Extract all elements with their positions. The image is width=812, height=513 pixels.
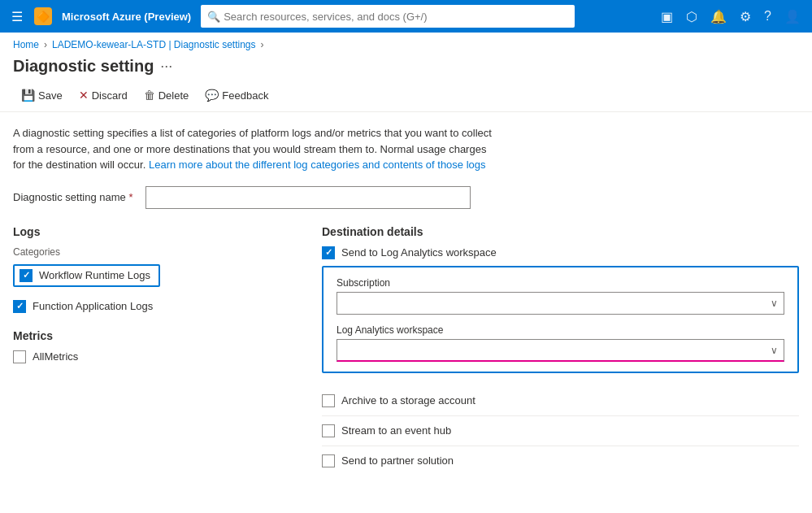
save-button[interactable]: 💾 Save <box>13 85 71 105</box>
subscription-label: Subscription <box>337 277 784 289</box>
search-icon: 🔍 <box>207 11 220 23</box>
breadcrumb-sep1: › <box>44 39 47 50</box>
stream-row[interactable]: Stream to an event hub <box>322 416 799 446</box>
workspace-label: Log Analytics workspace <box>337 324 784 336</box>
feedback-icon: 💬 <box>205 89 219 102</box>
discard-button[interactable]: ✕ Discard <box>71 85 136 105</box>
profile-icon[interactable]: 👤 <box>779 6 805 28</box>
main-content: A diagnostic setting specifies a list of… <box>0 112 812 489</box>
nav-icons: ▣ ⬡ 🔔 ⚙ ? 👤 <box>656 6 805 28</box>
app-title: Microsoft Azure (Preview) <box>62 11 191 23</box>
function-logs-checkbox[interactable] <box>13 300 26 313</box>
breadcrumb-home[interactable]: Home <box>13 39 39 50</box>
required-marker: * <box>128 191 132 203</box>
left-column: Logs Categories Workflow Runtime Logs Fu… <box>13 225 289 476</box>
workspace-select[interactable] <box>337 339 784 362</box>
partner-label: Send to partner solution <box>341 454 454 467</box>
breadcrumb-resource[interactable]: LADEMO-kewear-LA-STD | Diagnostic settin… <box>52 39 256 50</box>
workflow-checkbox[interactable] <box>20 269 33 282</box>
log-analytics-checkbox[interactable] <box>322 246 335 259</box>
discard-icon: ✕ <box>79 89 89 102</box>
workspace-select-wrap: ∨ <box>337 339 784 362</box>
feedback-button[interactable]: 💬 Feedback <box>197 85 276 105</box>
setting-name-input[interactable] <box>145 186 471 209</box>
save-icon: 💾 <box>21 89 35 102</box>
delete-icon: 🗑 <box>144 89 155 102</box>
metrics-section: Metrics AllMetrics <box>13 329 289 363</box>
directory-icon[interactable]: ⬡ <box>681 6 702 28</box>
workflow-runtime-row[interactable]: Workflow Runtime Logs <box>13 264 289 293</box>
partner-row[interactable]: Send to partner solution <box>322 446 799 476</box>
function-logs-row[interactable]: Function Application Logs <box>13 300 289 313</box>
log-analytics-row[interactable]: Send to Log Analytics workspace <box>322 246 799 259</box>
toolbar: 💾 Save ✕ Discard 🗑 Delete 💬 Feedback <box>0 82 812 112</box>
allmetrics-checkbox[interactable] <box>13 350 26 363</box>
right-column: Destination details Send to Log Analytic… <box>322 225 799 476</box>
page-title-menu[interactable]: ··· <box>160 58 172 75</box>
delete-label: Delete <box>158 89 189 102</box>
two-col-layout: Logs Categories Workflow Runtime Logs Fu… <box>13 225 799 476</box>
save-label: Save <box>38 89 63 102</box>
log-analytics-box: Subscription ∨ Log Analytics workspace ∨ <box>322 266 799 373</box>
workflow-checkbox-wrap[interactable]: Workflow Runtime Logs <box>13 264 160 287</box>
destination-section-header: Destination details <box>322 225 799 238</box>
workflow-checkbox-label: Workflow Runtime Logs <box>39 269 150 281</box>
delete-button[interactable]: 🗑 Delete <box>136 85 198 105</box>
log-analytics-label: Send to Log Analytics workspace <box>341 246 497 259</box>
function-logs-label: Function Application Logs <box>33 300 153 312</box>
page-title: Diagnostic setting <box>13 57 154 76</box>
archive-checkbox[interactable] <box>322 394 335 407</box>
description-link[interactable]: Learn more about the different log categ… <box>149 159 486 171</box>
archive-label: Archive to a storage account <box>341 394 475 406</box>
breadcrumb-sep2: › <box>261 39 264 50</box>
search-input[interactable] <box>224 11 568 23</box>
notifications-icon[interactable]: 🔔 <box>706 6 732 28</box>
subscription-select[interactable] <box>337 292 784 315</box>
stream-checkbox[interactable] <box>322 424 335 437</box>
allmetrics-row[interactable]: AllMetrics <box>13 350 289 363</box>
search-bar[interactable]: 🔍 <box>201 5 575 28</box>
settings-icon[interactable]: ⚙ <box>735 6 756 28</box>
hamburger-menu[interactable]: ☰ <box>7 6 28 28</box>
top-navigation: ☰ 🔶 Microsoft Azure (Preview) 🔍 ▣ ⬡ 🔔 ⚙ … <box>0 0 812 33</box>
archive-row[interactable]: Archive to a storage account <box>322 386 799 416</box>
setting-name-label: Diagnostic setting name * <box>13 191 132 203</box>
breadcrumb: Home › LADEMO-kewear-LA-STD | Diagnostic… <box>0 33 812 54</box>
description: A diagnostic setting specifies a list of… <box>13 125 501 173</box>
metrics-section-header: Metrics <box>13 329 289 342</box>
cloud-shell-icon[interactable]: ▣ <box>656 6 678 28</box>
discard-label: Discard <box>92 89 128 102</box>
logs-section-header: Logs <box>13 225 289 238</box>
app-icon: 🔶 <box>34 7 52 25</box>
partner-checkbox[interactable] <box>322 454 335 467</box>
subscription-select-wrap: ∨ <box>337 292 784 315</box>
allmetrics-label: AllMetrics <box>33 350 78 363</box>
feedback-label: Feedback <box>222 89 268 102</box>
categories-subheader: Categories <box>13 246 289 258</box>
help-icon[interactable]: ? <box>759 6 776 27</box>
setting-name-field: Diagnostic setting name * <box>13 186 799 209</box>
page-title-row: Diagnostic setting ··· <box>0 54 812 82</box>
stream-label: Stream to an event hub <box>341 424 451 437</box>
